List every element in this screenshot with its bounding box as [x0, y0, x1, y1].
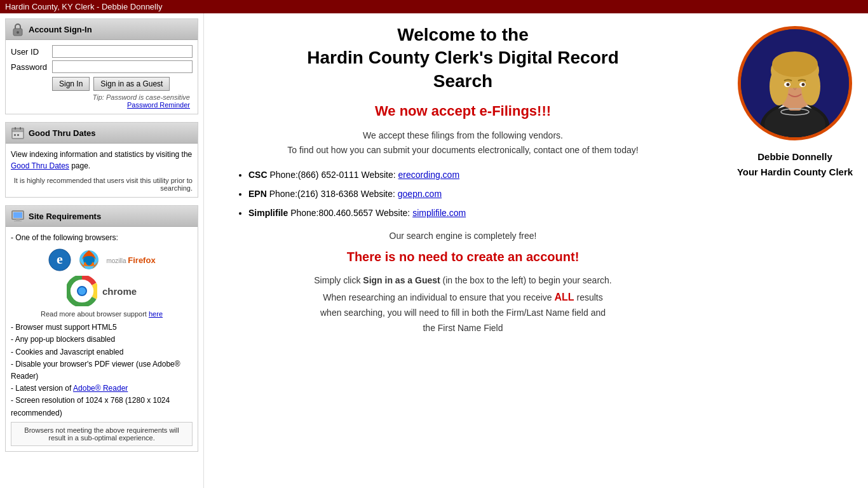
- vendor-epn: EPN Phone:(216) 318-6368 Website: goepn.…: [248, 185, 703, 203]
- no-account-notice: There is no need to create an account!: [223, 250, 703, 264]
- svg-rect-3: [12, 128, 24, 132]
- photo-caption: Debbie Donnelly Your Hardin County Clerk: [737, 149, 853, 180]
- clerk-title: Your Hardin County Clerk: [737, 165, 853, 180]
- req-5: - Latest version of Adobe® Reader: [11, 383, 193, 395]
- good-thru-box: Good Thru Dates View indexing informatio…: [5, 122, 198, 198]
- chrome-icon: [67, 276, 97, 306]
- firefox-text: mozilla Firefox: [106, 255, 155, 265]
- svg-point-1: [17, 31, 19, 34]
- sidebar: Account Sign-In User ID Password Sign In…: [0, 13, 203, 488]
- good-thru-text1: View indexing information and statistics…: [11, 150, 192, 159]
- password-label: Password: [11, 62, 52, 72]
- vendor-simplifile-name: Simplifile: [248, 208, 288, 218]
- req-3: - Cookies and Javascript enabled: [11, 346, 193, 358]
- monitor-icon: [11, 209, 25, 223]
- password-reminder-link[interactable]: Password Reminder: [11, 101, 193, 109]
- svg-rect-11: [16, 219, 20, 220]
- adobe-link[interactable]: Adobe® Reader: [73, 384, 128, 393]
- vendor-csc-link[interactable]: erecording.com: [398, 170, 460, 180]
- all-text: ALL: [554, 292, 574, 302]
- browser-icons-row2: chrome: [11, 276, 193, 306]
- account-signin-content: User ID Password Sign In Sign in as a Gu…: [6, 40, 198, 114]
- userid-input[interactable]: [52, 45, 193, 58]
- good-thru-link[interactable]: Good Thru Dates: [11, 161, 69, 170]
- good-thru-text: View indexing information and statistics…: [11, 149, 193, 172]
- vendors-para1: We accept these filings from the followi…: [363, 130, 563, 140]
- account-signin-title: Account Sign-In: [29, 25, 92, 34]
- topbar-name: Debbie Donnelly: [102, 2, 162, 11]
- good-thru-header: Good Thru Dates: [6, 123, 198, 144]
- signin-button[interactable]: Sign In: [52, 77, 90, 91]
- main-title: Welcome to the Hardin County Clerk's Dig…: [223, 24, 703, 93]
- svg-text:e: e: [57, 251, 63, 267]
- warning-box: Browsers not meeting the above requireme…: [11, 422, 193, 446]
- vendor-epn-phone: Phone:(216) 318-6368 Website:: [269, 189, 398, 199]
- req-1: - Browser must support HTML5: [11, 322, 193, 334]
- vendor-csc-phone: Phone:(866) 652-0111 Website:: [269, 170, 398, 180]
- sign-desc-bold: Sign in as a Guest: [363, 275, 440, 285]
- browser-support-note: Read more about browser support here: [11, 310, 193, 318]
- calendar-icon: [11, 126, 25, 140]
- userid-label: User ID: [11, 47, 52, 57]
- svg-rect-7: [17, 134, 19, 136]
- all-results-line1: When researching an individual to ensure…: [323, 292, 552, 302]
- sign-in-description: Simply click Sign in as a Guest (in the …: [223, 273, 703, 336]
- svg-rect-5: [20, 127, 21, 130]
- all-results-line4: the First Name Field: [423, 323, 503, 333]
- topbar-title: Hardin County, KY Clerk: [5, 2, 94, 11]
- good-thru-title: Good Thru Dates: [29, 128, 95, 138]
- read-more-text: Read more about browser support: [41, 310, 147, 318]
- sign-desc1: Simply click: [314, 275, 360, 285]
- tip-text: Tip: Password is case-sensitive: [11, 93, 193, 101]
- vendors-intro: We accept these filings from the followi…: [223, 128, 703, 157]
- svg-point-32: [787, 83, 790, 86]
- title-line2: Hardin County Clerk's Digital Record: [307, 48, 619, 67]
- read-more-link[interactable]: here: [149, 310, 163, 318]
- svg-point-19: [78, 287, 86, 295]
- lock-icon: [11, 22, 25, 36]
- guest-signin-button[interactable]: Sign in as a Guest: [93, 77, 170, 91]
- chrome-text: chrome: [102, 286, 137, 297]
- svg-rect-6: [14, 134, 16, 136]
- good-thru-note: It is highly recommended that users visi…: [11, 177, 193, 192]
- vendor-csc-name: CSC: [248, 170, 268, 180]
- all-results-line3: when searching, you will need to fill in…: [320, 308, 606, 318]
- vendors-para2: To find out how you can submit your docu…: [287, 145, 638, 155]
- photo-panel: Debbie Donnelly Your Hardin County Clerk: [722, 13, 868, 488]
- good-thru-content: View indexing information and statistics…: [6, 144, 198, 197]
- photo-circle: [738, 26, 852, 140]
- browser-icons-row1: e mozilla Firefox: [11, 248, 193, 272]
- account-signin-box: Account Sign-In User ID Password Sign In…: [5, 18, 198, 114]
- clerk-photo: [741, 29, 849, 137]
- account-signin-header: Account Sign-In: [6, 19, 198, 40]
- title-line3: Search: [433, 71, 492, 91]
- free-note: Our search engine is completely free!: [223, 231, 703, 241]
- main-content: Welcome to the Hardin County Clerk's Dig…: [203, 13, 722, 488]
- svg-rect-10: [13, 212, 22, 218]
- svg-point-29: [772, 51, 818, 77]
- vendor-simplifile-phone: Phone:800.460.5657 Website:: [290, 208, 412, 218]
- req-2: - Any pop-up blockers disabled: [11, 334, 193, 346]
- password-reminder-anchor[interactable]: Password Reminder: [127, 101, 190, 109]
- svg-rect-12: [14, 220, 22, 222]
- clerk-name: Debbie Donnelly: [737, 149, 853, 165]
- req-6: - Screen resolution of 1024 x 768 (1280 …: [11, 395, 193, 419]
- site-requirements-content: - One of the following browsers: e: [6, 227, 198, 451]
- requirements-list: - Browser must support HTML5 - Any pop-u…: [11, 322, 193, 419]
- svg-point-33: [802, 83, 805, 86]
- topbar: Hardin County, KY Clerk - Debbie Donnell…: [0, 0, 868, 13]
- firefox-icon: [77, 248, 101, 272]
- ie-icon: e: [48, 248, 72, 272]
- vendor-simplifile-link[interactable]: simplifile.com: [412, 208, 466, 218]
- vendor-simplifile: Simplifile Phone:800.460.5657 Website: s…: [248, 204, 703, 222]
- sign-desc2: (in the box to the left) to begin your s…: [443, 275, 612, 285]
- password-input[interactable]: [52, 60, 193, 73]
- svg-rect-4: [15, 127, 16, 130]
- site-requirements-title: Site Requirements: [29, 212, 101, 221]
- vendor-epn-link[interactable]: goepn.com: [398, 189, 442, 199]
- vendors-list: CSC Phone:(866) 652-0111 Website: erecor…: [248, 166, 703, 222]
- vendor-epn-name: EPN: [248, 189, 267, 199]
- browsers-label: - One of the following browsers:: [11, 232, 193, 244]
- site-requirements-header: Site Requirements: [6, 206, 198, 227]
- req-4: - Disable your browser's PDF viewer (use…: [11, 358, 193, 383]
